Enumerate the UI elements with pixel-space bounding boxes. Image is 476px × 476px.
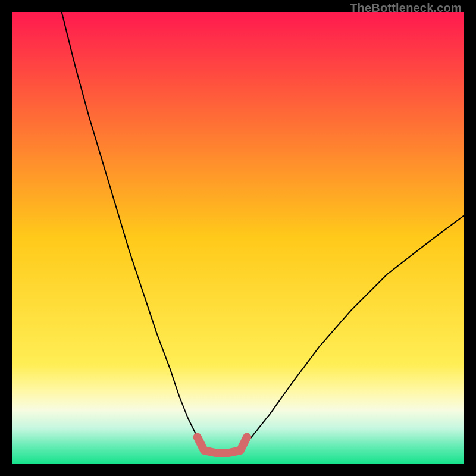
chart-frame: TheBottleneck.com — [0, 0, 476, 476]
plot-area — [12, 12, 464, 464]
bottom-highlight — [198, 437, 248, 453]
curve-layer — [12, 12, 464, 464]
watermark-text: TheBottleneck.com — [350, 1, 462, 15]
bottleneck-curve — [62, 12, 464, 453]
